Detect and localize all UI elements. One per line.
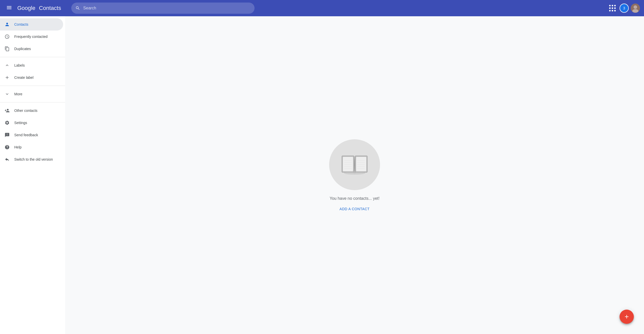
- divider-3: [0, 102, 65, 102]
- apps-icon[interactable]: [607, 3, 618, 13]
- switch-icon: [4, 156, 10, 162]
- feedback-icon: [4, 132, 10, 138]
- frequently-contacted-label: Frequently contacted: [14, 35, 48, 39]
- labels-section[interactable]: Labels: [0, 59, 65, 71]
- layout: Contacts Frequently contacted Duplicates: [0, 16, 644, 334]
- more-header-label: More: [14, 92, 22, 96]
- sidebar-item-send-feedback[interactable]: Send feedback: [0, 129, 63, 141]
- sidebar-item-switch-version[interactable]: Switch to the old version: [0, 153, 63, 165]
- help-label: Help: [14, 145, 22, 149]
- sidebar-item-duplicates[interactable]: Duplicates: [0, 43, 63, 55]
- avatar[interactable]: [631, 4, 640, 13]
- sidebar: Contacts Frequently contacted Duplicates: [0, 16, 65, 334]
- divider-1: [0, 57, 65, 57]
- search-input[interactable]: [83, 6, 250, 10]
- header-right: 3: [607, 3, 640, 13]
- empty-message: You have no contacts... yet!: [330, 196, 380, 201]
- svg-rect-5: [343, 157, 353, 171]
- sidebar-item-create-label[interactable]: Create label: [0, 71, 63, 84]
- more-section[interactable]: More: [0, 88, 65, 100]
- logo-contacts: Contacts: [39, 5, 61, 11]
- divider-2: [0, 86, 65, 86]
- svg-rect-6: [356, 157, 366, 171]
- fab-button[interactable]: [620, 310, 634, 324]
- send-feedback-label: Send feedback: [14, 133, 38, 137]
- clock-icon: [4, 34, 10, 40]
- sidebar-item-contacts[interactable]: Contacts: [0, 18, 63, 31]
- chevron-down-icon: [4, 91, 10, 97]
- logo-google: Google: [17, 5, 35, 11]
- sidebar-item-help[interactable]: Help: [0, 141, 63, 153]
- svg-point-1: [634, 5, 637, 9]
- apps-grid: [609, 5, 616, 11]
- app-header: Google Contacts 3: [0, 0, 644, 16]
- search-icon: [75, 6, 80, 11]
- chevron-up-icon: [4, 62, 10, 68]
- settings-label: Settings: [14, 121, 27, 125]
- main-content: You have no contacts... yet! ADD A CONTA…: [65, 16, 644, 334]
- empty-state: You have no contacts... yet! ADD A CONTA…: [329, 139, 380, 211]
- search-bar[interactable]: [71, 3, 255, 14]
- contacts-label: Contacts: [14, 22, 28, 26]
- sidebar-item-other-contacts[interactable]: Other contacts: [0, 104, 63, 117]
- duplicates-label: Duplicates: [14, 47, 31, 51]
- copy-icon: [4, 46, 10, 52]
- app-logo: Google Contacts: [17, 5, 68, 11]
- menu-icon[interactable]: [4, 3, 14, 14]
- person-icon: [4, 21, 10, 27]
- account-badge[interactable]: 3: [620, 4, 629, 13]
- svg-point-17: [344, 172, 365, 175]
- sidebar-item-settings[interactable]: Settings: [0, 117, 63, 129]
- person-add-icon: [4, 108, 10, 114]
- sidebar-item-frequently-contacted[interactable]: Frequently contacted: [0, 31, 63, 43]
- switch-version-label: Switch to the old version: [14, 157, 53, 161]
- plus-icon: [4, 74, 10, 81]
- book-illustration: [329, 139, 380, 190]
- other-contacts-label: Other contacts: [14, 109, 37, 113]
- labels-header-label: Labels: [14, 63, 25, 67]
- help-icon: [4, 144, 10, 150]
- add-contact-button[interactable]: ADD A CONTACT: [340, 207, 370, 211]
- settings-icon: [4, 120, 10, 126]
- create-label-label: Create label: [14, 75, 34, 80]
